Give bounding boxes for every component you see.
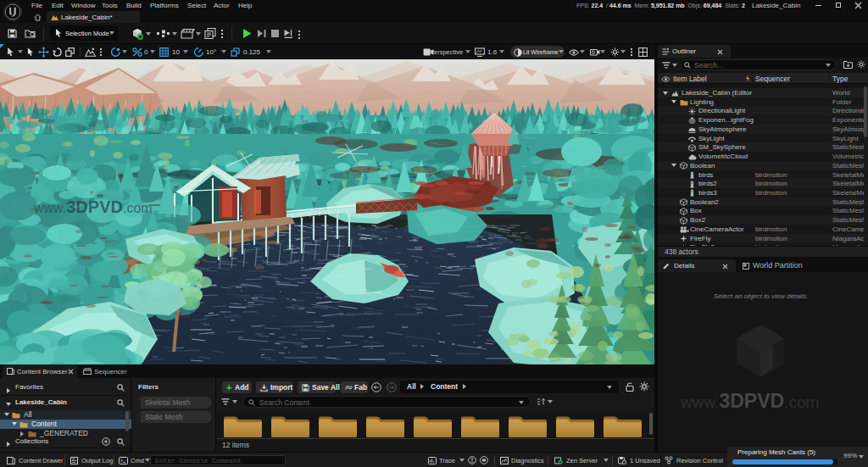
svg-text:www.3DPVD.com: www.3DPVD.com <box>33 197 153 216</box>
